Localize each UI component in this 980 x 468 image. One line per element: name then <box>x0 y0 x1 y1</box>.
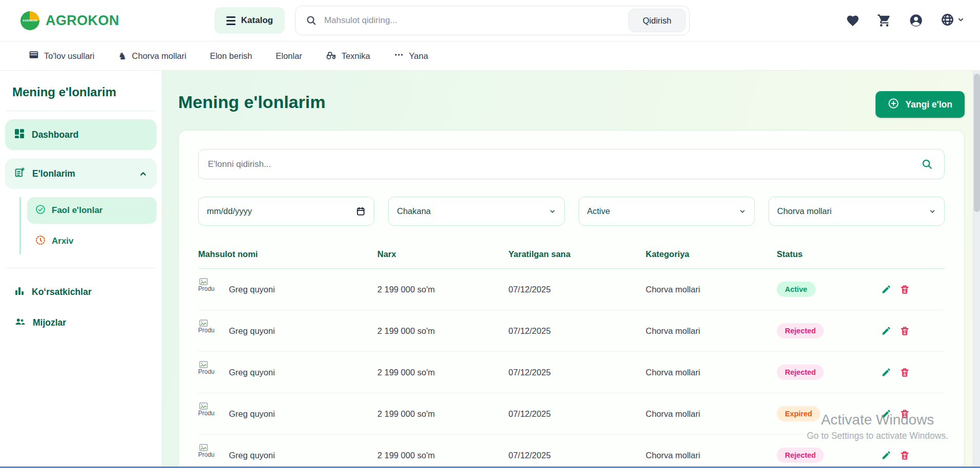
product-name: Greg quyoni <box>229 285 275 294</box>
hamburger-icon <box>226 16 236 25</box>
status-filter-select[interactable]: Active <box>579 197 755 226</box>
clock-dashed-icon <box>35 235 46 248</box>
edit-pencil-icon[interactable] <box>881 284 891 294</box>
product-thumbnail: Produ <box>198 359 223 386</box>
nav-item-tolov-usullari[interactable]: To'lov usullari <box>29 50 95 62</box>
search-icon <box>306 15 317 26</box>
delete-trash-icon[interactable] <box>900 409 910 419</box>
sidebar-item-label: Faol e'lonlar <box>52 205 102 216</box>
delete-trash-icon[interactable] <box>900 367 910 377</box>
price-cell: 2 199 000 so'm <box>377 368 508 377</box>
horse-icon: ♞ <box>118 51 127 61</box>
listings-card: mm/dd/yyyy Chakana Active <box>178 130 965 468</box>
sidebar-item-label: Arxiv <box>52 236 74 246</box>
credit-card-icon <box>29 50 39 62</box>
product-name: Greg quyoni <box>229 451 275 460</box>
nav-item-elonlar[interactable]: Elonlar <box>276 51 302 61</box>
status-badge: Expired <box>777 406 820 421</box>
new-listing-button[interactable]: Yangi e'lon <box>876 91 965 118</box>
sidebar-item-mijozlar[interactable]: Mijozlar <box>5 310 157 335</box>
main-navbar: To'lov usullari ♞ Chorva mollari Elon be… <box>0 41 980 71</box>
status-badge: Rejected <box>777 323 824 338</box>
chevron-up-icon <box>139 169 147 178</box>
top-header: AGROKON AGROKON Katalog Qidirish <box>0 0 980 41</box>
sidebar-item-label: Dashboard <box>32 130 78 140</box>
search-icon[interactable] <box>921 158 933 170</box>
sidebar-item-faol-elonlar[interactable]: Faol e'lonlar <box>27 197 157 224</box>
date-filter-input[interactable]: mm/dd/yyyy <box>198 197 374 226</box>
status-badge: Rejected <box>777 448 824 463</box>
nav-item-yana[interactable]: Yana <box>394 50 428 62</box>
katalog-label: Katalog <box>241 15 273 26</box>
edit-pencil-icon[interactable] <box>881 326 891 336</box>
category-filter-select[interactable]: Chorva mollari <box>769 197 945 226</box>
plus-circle-icon <box>888 98 899 112</box>
edit-pencil-icon[interactable] <box>881 409 891 419</box>
date-cell: 07/12/2025 <box>508 326 646 336</box>
column-header: Mahsulot nomi <box>198 249 377 259</box>
calendar-icon <box>356 206 366 216</box>
document-plus-icon <box>14 167 25 180</box>
table-header: Mahsulot nomi Narx Yaratilgan sana Kateg… <box>198 241 945 269</box>
category-cell: Chorva mollari <box>646 451 777 460</box>
divider <box>6 111 156 111</box>
search-submit-button[interactable]: Qidirish <box>628 9 686 32</box>
dashboard-grid-icon <box>14 129 25 141</box>
sidebar-item-elonlarim[interactable]: E'lonlarim <box>5 158 157 189</box>
logo-circle-icon: AGROKON <box>20 11 39 30</box>
delete-trash-icon[interactable] <box>900 284 910 294</box>
date-cell: 07/12/2025 <box>508 409 646 419</box>
katalog-button[interactable]: Katalog <box>215 7 285 34</box>
column-header: Yaratilgan sana <box>508 249 646 259</box>
thumbnail-alt-text: Produ <box>198 368 215 375</box>
edit-pencil-icon[interactable] <box>881 450 891 460</box>
status-badge: Active <box>777 282 816 297</box>
vertical-scrollbar-track[interactable] <box>973 71 980 468</box>
type-filter-select[interactable]: Chakana <box>388 197 564 226</box>
delete-trash-icon[interactable] <box>900 450 910 460</box>
brand-logo[interactable]: AGROKON AGROKON <box>20 11 119 30</box>
sidebar-item-dashboard[interactable]: Dashboard <box>5 119 157 150</box>
column-header: Kategoriya <box>646 249 777 259</box>
cart-icon[interactable] <box>877 13 891 28</box>
chevron-down-icon <box>929 208 936 215</box>
category-cell: Chorva mollari <box>646 368 777 377</box>
category-cell: Chorva mollari <box>646 285 777 294</box>
sidebar-title: Mening e'lonlarim <box>5 82 157 111</box>
delete-trash-icon[interactable] <box>900 326 910 336</box>
nav-label: Texnika <box>342 51 370 61</box>
user-account-icon[interactable] <box>909 13 923 28</box>
product-thumbnail: Produ <box>198 400 223 427</box>
nav-item-texnika[interactable]: Texnika <box>326 50 370 62</box>
product-search-input[interactable] <box>324 15 628 26</box>
page-title: Mening e'lonlarim <box>178 91 326 112</box>
nav-label: To'lov usullari <box>44 51 95 61</box>
sidebar-item-korsatkichlar[interactable]: Koʻrsatkichlar <box>5 280 157 304</box>
thumbnail-alt-text: Produ <box>198 451 215 458</box>
date-cell: 07/12/2025 <box>508 368 646 377</box>
price-cell: 2 199 000 so'm <box>377 451 508 460</box>
chevron-down-icon <box>739 208 746 215</box>
edit-pencil-icon[interactable] <box>881 367 891 377</box>
nav-item-chorva-mollari[interactable]: ♞ Chorva mollari <box>118 51 186 61</box>
product-search-bar: Qidirish <box>295 6 690 35</box>
header-action-icons <box>846 13 965 29</box>
column-header: Narx <box>377 249 508 259</box>
logo-micro-text: AGROKON <box>23 19 37 22</box>
chevron-down-icon <box>957 16 965 26</box>
language-selector[interactable] <box>941 13 965 29</box>
thumbnail-alt-text: Produ <box>198 285 215 292</box>
price-cell: 2 199 000 so'm <box>377 326 508 336</box>
product-thumbnail: Produ <box>198 276 223 303</box>
favorites-heart-icon[interactable] <box>846 14 860 28</box>
listing-search-input[interactable] <box>208 159 914 169</box>
vertical-scrollbar-thumb[interactable] <box>974 74 980 212</box>
nav-label: Elon berish <box>210 51 252 61</box>
check-circle-icon <box>35 204 46 217</box>
category-cell: Chorva mollari <box>646 326 777 336</box>
column-header: Status <box>777 249 872 259</box>
globe-icon <box>941 13 954 29</box>
nav-item-elon-berish[interactable]: Elon berish <box>210 51 252 61</box>
sidebar-item-arxiv[interactable]: Arxiv <box>27 228 157 254</box>
brand-name: AGROKON <box>46 13 119 29</box>
